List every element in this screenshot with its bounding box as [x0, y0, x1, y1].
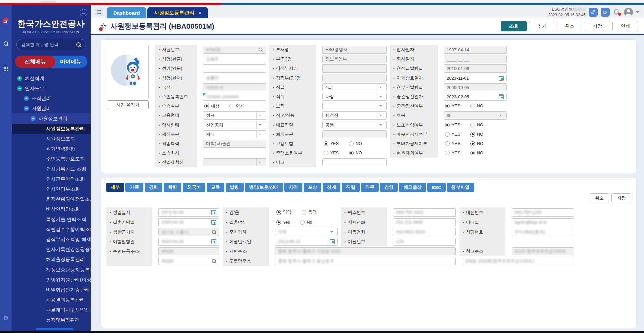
calendar-icon[interactable] [211, 210, 216, 215]
radio-group[interactable]: YESNO [444, 104, 483, 108]
select-input[interactable]: 차장 [322, 93, 387, 101]
detail-tab[interactable]: 첨부파일 [447, 183, 474, 192]
date-input[interactable]: 2023-11-01 [444, 74, 507, 82]
sidebar-item[interactable]: 직렬검수수행이력조회 [12, 224, 91, 234]
sidebar-item[interactable]: 인사기록변경신청승인 [12, 244, 91, 254]
calendar-icon[interactable] [211, 239, 216, 244]
select-input[interactable]: 신입공채 [203, 121, 266, 129]
select-caret-icon[interactable] [256, 121, 263, 129]
sidebar-item[interactable]: 인사근무이력조회 [12, 174, 91, 184]
detail-tab[interactable]: 외국어 [183, 183, 205, 192]
radio-dot[interactable] [204, 104, 209, 108]
radio-option[interactable]: 면제 [229, 103, 245, 109]
select-caret-icon[interactable] [497, 112, 504, 119]
select-caret-icon[interactable] [256, 159, 263, 166]
sidebar-item[interactable]: 비밀취급인가증관리 [12, 285, 91, 295]
radio-option[interactable]: 대상 [204, 103, 219, 109]
detail-tab[interactable]: 직렬 [342, 183, 360, 192]
detail-tab[interactable]: 학력 [164, 183, 181, 192]
sidebar-item[interactable]: −사원정보관리 [12, 113, 91, 124]
detail-tab[interactable]: 해외출장 [399, 183, 426, 192]
menu-search-input[interactable]: 검색할 메뉴명 입력 [16, 39, 86, 50]
radio-group[interactable]: YESNO [444, 141, 483, 146]
sidebar-item[interactable]: 사원정보등록관리 [12, 124, 91, 134]
expand-icon[interactable]: + [24, 96, 29, 101]
radio-dot[interactable] [470, 141, 475, 146]
text-input[interactable] [203, 64, 266, 73]
text-input[interactable] [203, 149, 266, 157]
detail-tab[interactable]: 포상 [304, 183, 321, 192]
detail-tab[interactable]: 발령 [226, 183, 244, 192]
hamburger-icon[interactable] [95, 8, 103, 16]
radio-option[interactable]: NO [470, 151, 483, 155]
select-input[interactable]: 4급 [322, 83, 387, 91]
tab-close-icon[interactable]: × [198, 10, 201, 16]
text-input[interactable]: 충북 청주시 흥덕구 풍산로 6 [275, 257, 456, 265]
popup-button[interactable] [601, 8, 610, 17]
sidebar-scrollbar[interactable] [36, 328, 73, 330]
radio-option[interactable]: NO [470, 132, 483, 137]
radio-dot[interactable] [445, 151, 450, 155]
detail-tab[interactable]: BSC [427, 183, 446, 192]
sidebar-item[interactable]: −사원관리 [12, 103, 91, 113]
text-input[interactable]: 043-750-1913 [393, 208, 456, 217]
sidebar-collapse-button[interactable]: ← [80, 9, 87, 16]
sidebar-item[interactable]: 비상연락망조회 [12, 204, 91, 214]
action-button[interactable]: 인쇄 [612, 21, 638, 31]
radio-option[interactable]: 양력 [276, 209, 291, 215]
text-input[interactable]: 043-750-1230 [512, 208, 574, 217]
date-input[interactable]: 2013-06-12 [275, 238, 338, 246]
text-input[interactable]: 106동 1014호(청주푸르지오아파트) [462, 257, 574, 265]
sidebar-item[interactable]: 근로계약서및서약서등록관리 [12, 305, 91, 315]
select-input[interactable]: 재직 [203, 130, 266, 138]
radio-option[interactable]: YES [445, 141, 460, 146]
select-caret-icon[interactable] [256, 131, 263, 138]
radio-dot[interactable] [470, 123, 475, 127]
calendar-icon[interactable] [211, 220, 216, 225]
detail-tab[interactable]: 직무 [361, 183, 379, 192]
radio-group[interactable]: YESNO [444, 123, 483, 127]
sidebar-item[interactable]: +예산회계 [12, 73, 91, 83]
radio-group[interactable]: YESNO [322, 151, 362, 155]
radio-dot[interactable] [302, 210, 306, 215]
detail-tab[interactable]: 병역/보훈/장애 [245, 183, 283, 192]
radio-option[interactable]: YES [445, 132, 460, 137]
calendar-icon[interactable] [330, 239, 335, 244]
radio-group[interactable]: 대상면제 [203, 103, 245, 109]
text-input[interactable]: 010-9611-6020 [393, 228, 456, 236]
radio-option[interactable]: NO [470, 104, 483, 108]
apps-grid-icon[interactable] [4, 67, 5, 68]
sidebar-item[interactable]: 주민등록번호조회 [12, 154, 91, 164]
radio-dot[interactable] [349, 141, 354, 146]
radio-group[interactable]: YesNo [275, 220, 312, 225]
all-menu-button[interactable]: 전체메뉴 [15, 56, 55, 68]
radio-option[interactable]: Yes [276, 220, 290, 225]
radio-group[interactable]: YESNO [444, 151, 483, 155]
calendar-icon[interactable] [499, 76, 504, 81]
my-menu-button[interactable]: 마이메뉴 [51, 56, 88, 68]
select-input[interactable]: 행정직 [322, 111, 387, 120]
radio-option[interactable]: YES [445, 123, 460, 127]
search-icon[interactable] [76, 42, 81, 47]
text-input[interactable]: 123 [393, 238, 456, 246]
sidebar-item[interactable]: 재정보증담당자등록관리 [12, 265, 91, 275]
radio-dot[interactable] [445, 123, 450, 127]
radio-dot[interactable] [349, 151, 354, 155]
date-input[interactable]: 2000-03-18 [158, 218, 219, 226]
radio-dot[interactable] [470, 151, 475, 155]
sidebar-item[interactable]: 특정기술 인력조회 [12, 214, 91, 224]
chevron-down-icon[interactable] [636, 11, 639, 15]
radio-option[interactable]: 음력 [302, 209, 317, 215]
radio-dot[interactable] [276, 220, 281, 225]
sidebar-item[interactable]: 사원정보조회 [12, 134, 91, 144]
detail-tab[interactable]: 경력 [145, 183, 162, 192]
radio-group[interactable]: YESNO [322, 141, 362, 146]
sidebar-item[interactable]: 해외출장등록관리 [12, 254, 91, 265]
favorite-star-icon[interactable]: ☆+ [100, 22, 107, 30]
radio-option[interactable]: YES [324, 141, 339, 146]
collapse-icon[interactable]: − [17, 86, 22, 91]
detail-tab[interactable]: 교육 [207, 183, 224, 192]
date-input[interactable]: 1973-02-04 [158, 208, 219, 217]
detail-action-button[interactable]: 저장 [611, 193, 631, 202]
detail-action-button[interactable]: 취소 [590, 193, 609, 202]
